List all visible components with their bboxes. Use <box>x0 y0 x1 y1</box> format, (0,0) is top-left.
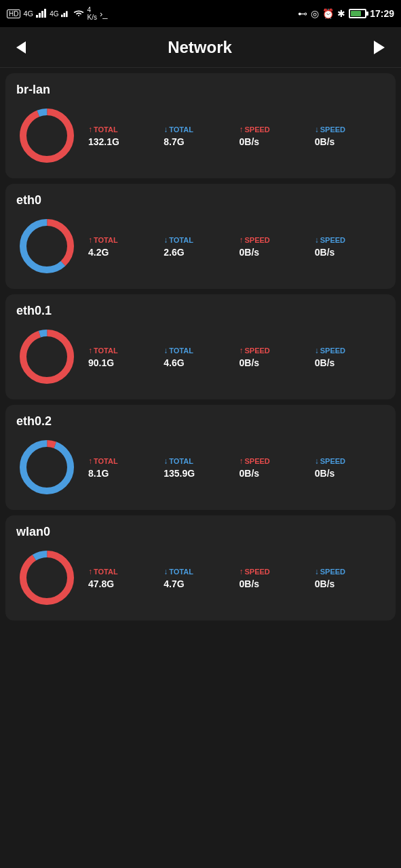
network-card-eth0.1[interactable]: eth0.1 ↑ TOTAL 90.1G ↓ TOTAL <box>5 294 396 399</box>
stat-down-speed-wlan0: ↓ SPEED 0B/s <box>315 567 385 589</box>
down-arrow-icon: ↓ <box>164 567 168 576</box>
stats-grid-wlan0: ↑ TOTAL 47.8G ↓ TOTAL 4.7G ↑ SPEED <box>88 567 385 589</box>
alarm-icon: ⏰ <box>322 8 334 19</box>
stats-grid-eth0.2: ↑ TOTAL 8.1G ↓ TOTAL 135.9G ↑ SPEED <box>88 456 385 479</box>
donut-chart-br-lan <box>16 105 77 166</box>
svg-rect-3 <box>44 9 46 18</box>
data-speed: 4K/s <box>87 6 96 21</box>
svg-rect-2 <box>41 11 43 18</box>
svg-rect-0 <box>36 15 38 18</box>
svg-point-14 <box>23 333 71 380</box>
card-body-eth0.1: ↑ TOTAL 90.1G ↓ TOTAL 4.6G ↑ SPEED <box>16 326 385 387</box>
svg-point-18 <box>23 443 71 491</box>
stat-up-total-wlan0: ↑ TOTAL 47.8G <box>88 567 158 589</box>
down-arrow-icon: ↓ <box>164 235 168 245</box>
status-right-icons: ⊷ ◎ ⏰ ✱ 17:29 <box>298 8 394 19</box>
down-speed-arrow-icon: ↓ <box>315 456 319 466</box>
card-title-br-lan: br-lan <box>16 83 385 97</box>
card-title-eth0: eth0 <box>16 193 385 208</box>
network-card-eth0[interactable]: eth0 ↑ TOTAL 4.2G ↓ TOTAL <box>5 184 396 289</box>
time-display: 17:29 <box>370 8 394 19</box>
down-speed-arrow-icon: ↓ <box>315 346 319 355</box>
svg-point-20 <box>23 554 71 601</box>
stat-down-speed-eth0.1: ↓ SPEED 0B/s <box>315 346 385 368</box>
stats-grid-br-lan: ↑ TOTAL 132.1G ↓ TOTAL 8.7G ↑ SPEED <box>88 125 385 147</box>
signal-icon <box>36 8 47 20</box>
donut-chart-eth0.2 <box>16 437 77 498</box>
svg-rect-1 <box>39 13 41 18</box>
4g-icon: 4G <box>23 9 33 18</box>
wifi-icon <box>73 8 84 20</box>
up-speed-arrow-icon: ↑ <box>240 235 244 245</box>
card-title-eth0.2: eth0.2 <box>16 414 385 429</box>
up-arrow-icon: ↑ <box>88 235 92 245</box>
stat-up-total-eth0: ↑ TOTAL 4.2G <box>88 235 158 258</box>
back-arrow-icon <box>16 41 26 54</box>
up-speed-arrow-icon: ↑ <box>240 456 244 466</box>
network-list: br-lan ↑ TOTAL 132.1G ↓ TOTAL <box>0 68 401 626</box>
stat-down-speed-eth0.2: ↓ SPEED 0B/s <box>315 456 385 479</box>
back-button[interactable] <box>11 36 31 59</box>
svg-rect-5 <box>64 13 66 17</box>
card-body-wlan0: ↑ TOTAL 47.8G ↓ TOTAL 4.7G ↑ SPEED <box>16 547 385 608</box>
svg-rect-4 <box>61 14 63 17</box>
hd-badge: HD <box>7 9 20 18</box>
stat-down-total-eth0: ↓ TOTAL 2.6G <box>164 235 233 258</box>
up-speed-arrow-icon: ↑ <box>240 346 244 355</box>
up-arrow-icon: ↑ <box>88 567 92 576</box>
4g-signal: 4G <box>50 10 58 18</box>
card-body-eth0.2: ↑ TOTAL 8.1G ↓ TOTAL 135.9G ↑ SPEED <box>16 437 385 498</box>
signal-icon2 <box>61 8 71 20</box>
card-title-wlan0: wlan0 <box>16 525 385 539</box>
donut-chart-eth0.1 <box>16 326 77 387</box>
stat-up-speed-br-lan: ↑ SPEED 0B/s <box>240 125 309 147</box>
battery-icon <box>349 9 366 18</box>
network-card-eth0.2[interactable]: eth0.2 ↑ TOTAL 8.1G ↓ TOTAL <box>5 405 396 510</box>
eye-icon: ◎ <box>311 8 319 19</box>
network-card-wlan0[interactable]: wlan0 ↑ TOTAL 47.8G ↓ TOTAL <box>5 515 396 620</box>
stat-up-speed-eth0: ↑ SPEED 0B/s <box>240 235 309 258</box>
status-bar: HD 4G 4G 4K/s ›_ ⊷ ◎ ⏰ ✱ 17:29 <box>0 0 401 27</box>
key-icon: ⊷ <box>298 8 307 19</box>
stat-down-speed-eth0: ↓ SPEED 0B/s <box>315 235 385 258</box>
donut-chart-eth0 <box>16 216 77 277</box>
play-icon <box>374 41 385 54</box>
page-title: Network <box>168 38 232 57</box>
stat-down-total-wlan0: ↓ TOTAL 4.7G <box>164 567 233 589</box>
stat-down-total-br-lan: ↓ TOTAL 8.7G <box>164 125 233 147</box>
stats-grid-eth0.1: ↑ TOTAL 90.1G ↓ TOTAL 4.6G ↑ SPEED <box>88 346 385 368</box>
terminal-icon: ›_ <box>100 9 108 19</box>
stat-up-total-eth0.2: ↑ TOTAL 8.1G <box>88 456 158 479</box>
up-arrow-icon: ↑ <box>88 456 92 466</box>
down-arrow-icon: ↓ <box>164 125 168 134</box>
up-speed-arrow-icon: ↑ <box>240 567 244 576</box>
up-speed-arrow-icon: ↑ <box>240 125 244 134</box>
network-card-br-lan[interactable]: br-lan ↑ TOTAL 132.1G ↓ TOTAL <box>5 73 396 178</box>
down-arrow-icon: ↓ <box>164 456 168 466</box>
battery-fill <box>351 11 361 16</box>
up-arrow-icon: ↑ <box>88 346 92 355</box>
down-speed-arrow-icon: ↓ <box>315 235 319 245</box>
card-body-eth0: ↑ TOTAL 4.2G ↓ TOTAL 2.6G ↑ SPEED <box>16 216 385 277</box>
stat-up-total-eth0.1: ↑ TOTAL 90.1G <box>88 346 158 368</box>
stats-grid-eth0: ↑ TOTAL 4.2G ↓ TOTAL 2.6G ↑ SPEED <box>88 235 385 258</box>
down-speed-arrow-icon: ↓ <box>315 567 319 576</box>
app-bar: Network <box>0 27 401 68</box>
svg-point-8 <box>23 112 71 159</box>
play-button[interactable] <box>368 35 390 60</box>
stat-down-total-eth0.2: ↓ TOTAL 135.9G <box>164 456 233 479</box>
stat-down-total-eth0.1: ↓ TOTAL 4.6G <box>164 346 233 368</box>
card-title-eth0.1: eth0.1 <box>16 304 385 318</box>
stat-down-speed-br-lan: ↓ SPEED 0B/s <box>315 125 385 147</box>
up-arrow-icon: ↑ <box>88 125 92 134</box>
card-body-br-lan: ↑ TOTAL 132.1G ↓ TOTAL 8.7G ↑ SPEED <box>16 105 385 166</box>
stat-up-speed-eth0.1: ↑ SPEED 0B/s <box>240 346 309 368</box>
stat-up-speed-wlan0: ↑ SPEED 0B/s <box>240 567 309 589</box>
down-arrow-icon: ↓ <box>164 346 168 355</box>
stat-up-speed-eth0.2: ↑ SPEED 0B/s <box>240 456 309 479</box>
stat-up-total-br-lan: ↑ TOTAL 132.1G <box>88 125 158 147</box>
donut-chart-wlan0 <box>16 547 77 608</box>
down-speed-arrow-icon: ↓ <box>315 125 319 134</box>
bluetooth-icon: ✱ <box>337 8 345 19</box>
status-left-icons: HD 4G 4G 4K/s ›_ <box>7 6 108 21</box>
